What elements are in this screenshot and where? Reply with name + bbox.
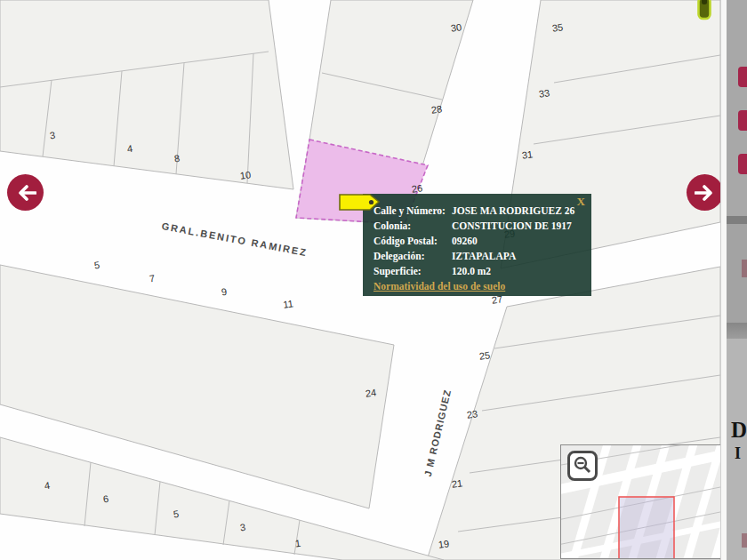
side-panel-button-fragment[interactable] — [742, 260, 747, 277]
field-value: JOSE MA RODRIGUEZ 26 — [452, 204, 581, 219]
minimap-viewport-rect — [619, 497, 674, 559]
side-panel-button-fragment[interactable] — [738, 110, 747, 131]
field-value: 09260 — [452, 234, 581, 249]
cropped-panel-text: I — [735, 444, 741, 463]
arrow-right-icon — [695, 185, 716, 201]
parcel-info-popup: X Calle y Número: JOSE MA RODRIGUEZ 26 C… — [363, 194, 591, 296]
zoning-normativity-link[interactable]: Normatividad del uso de suelo — [374, 281, 505, 292]
panel-divider — [727, 323, 747, 339]
cropped-panel-text: D — [731, 418, 747, 443]
popup-row: Código Postal: 09260 — [374, 234, 581, 249]
side-panel-button-fragment[interactable] — [738, 67, 747, 87]
arrow-left-icon — [15, 185, 36, 201]
popup-row: Calle y Número: JOSE MA RODRIGUEZ 26 — [374, 204, 581, 219]
field-value: IZTAPALAPA — [452, 249, 581, 264]
field-label: Colonia: — [374, 219, 452, 234]
close-icon[interactable]: X — [577, 195, 585, 209]
yellow-tag-icon[interactable] — [338, 192, 382, 217]
field-label: Código Postal: — [374, 234, 452, 249]
green-map-pin-icon — [695, 0, 713, 26]
side-panel-button-fragment[interactable] — [742, 533, 747, 548]
side-panel-cropped: D I — [727, 0, 747, 560]
field-label: Superficie: — [374, 264, 452, 279]
map-viewer: 3035332834318102629579271125242321465311… — [0, 0, 747, 560]
side-panel-section — [727, 0, 747, 216]
magnifier-minus-icon — [573, 456, 592, 476]
zoom-out-button[interactable] — [567, 451, 598, 481]
popup-row: Delegación: IZTAPALAPA — [374, 249, 581, 264]
popup-row: Colonia: CONSTITUCION DE 1917 — [374, 219, 581, 234]
side-panel-button-fragment[interactable] — [738, 154, 747, 174]
previous-arrow-button[interactable] — [7, 174, 44, 211]
panel-divider — [727, 216, 747, 224]
field-value: CONSTITUCION DE 1917 — [452, 219, 581, 234]
field-value: 120.0 m2 — [452, 264, 581, 279]
field-label: Delegación: — [374, 249, 452, 264]
overview-minimap[interactable] — [560, 444, 720, 559]
popup-row: Superficie: 120.0 m2 — [374, 264, 581, 279]
field-label: Calle y Número: — [374, 204, 452, 219]
map-canvas[interactable]: 3035332834318102629579271125242321465311… — [0, 0, 720, 560]
map-block — [0, 0, 293, 189]
next-arrow-button[interactable] — [687, 174, 720, 211]
